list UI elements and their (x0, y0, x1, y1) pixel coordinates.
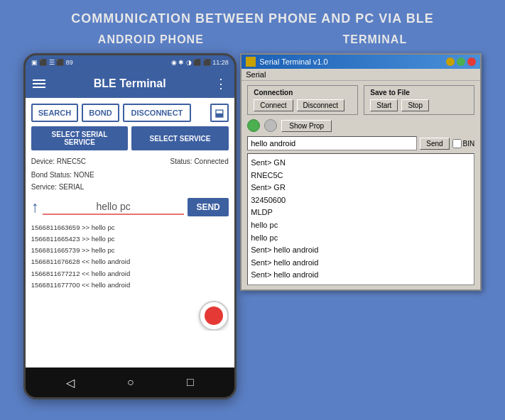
toolbar-title: BLE Terminal (94, 77, 166, 90)
serial-menu[interactable]: Serial (246, 70, 266, 79)
bin-label: BIN (463, 140, 475, 148)
more-options-icon[interactable]: ⋮ (215, 76, 227, 92)
bin-check[interactable] (452, 139, 462, 148)
stop-button[interactable]: Stop (401, 99, 429, 111)
back-icon[interactable]: ◁ (66, 376, 75, 389)
terminal-window: Serial Terminal v1.0 Serial Connection C… (240, 53, 482, 291)
status-right-icons: ◉ ✱ ◑ ⬛ ⬛ 11:28 (171, 59, 229, 66)
close-button[interactable] (467, 57, 476, 66)
terminal-input[interactable] (247, 136, 417, 150)
phone-toolbar: BLE Terminal ⋮ (26, 70, 234, 98)
terminal-window-icon (246, 57, 256, 67)
bluetooth-icon[interactable]: ⬓ (210, 104, 229, 122)
section-label-phone: ANDROID PHONE (98, 33, 204, 46)
log-entry: 1566811677212 << hello android (31, 268, 229, 280)
output-line: RNEC5C (251, 170, 471, 182)
phone-nav-bar: ◁ ○ □ (26, 368, 234, 397)
android-phone: ▣ ⬛ ☰ ⬛ 89 ◉ ✱ ◑ ⬛ ⬛ 11:28 BLE Terminal … (23, 53, 237, 399)
phone-status-bar: ▣ ⬛ ☰ ⬛ 89 ◉ ✱ ◑ ⬛ ⬛ 11:28 (26, 55, 234, 70)
status-left-icons: ▣ ⬛ ☰ ⬛ 89 (31, 59, 73, 66)
terminal-titlebar: Serial Terminal v1.0 (241, 55, 480, 69)
log-entry: 1566811677700 << hello android (31, 280, 229, 291)
led-green-indicator (247, 119, 260, 132)
message-input[interactable] (43, 199, 185, 215)
minimize-button[interactable] (446, 57, 455, 66)
up-arrow-icon: ↑ (31, 198, 39, 216)
connection-panel: Connection Connect Disconnect (247, 85, 358, 115)
output-line: Sent> hello android (251, 257, 471, 270)
save-label: Save to File (370, 89, 468, 96)
log-entry: 1566811665739 >> hello pc (31, 245, 229, 256)
bond-button[interactable]: BOND (82, 104, 119, 122)
start-button[interactable]: Start (370, 99, 398, 111)
status-info: Status: Connected (170, 156, 228, 167)
phone-log: 1566811663659 >> hello pc1566811665423 >… (31, 222, 229, 291)
search-button[interactable]: SEARCH (31, 104, 78, 122)
home-icon[interactable]: ○ (127, 376, 134, 389)
device-info-row: Device: RNEC5C Status: Connected (31, 156, 229, 168)
output-line: hello pc (251, 219, 471, 232)
show-prop-button[interactable]: Show Prop (281, 120, 332, 132)
connection-label: Connection (254, 89, 352, 96)
record-circle-icon (205, 306, 223, 325)
output-line: Sent> hello android (251, 269, 471, 282)
terminal-output: Sent> GNRNEC5CSent> GR32450600MLDPhello … (247, 153, 474, 285)
output-line: Sent> GR (251, 182, 471, 194)
terminal-title: Serial Terminal v1.0 (259, 57, 327, 66)
device-info: Device: RNEC5C (31, 156, 86, 167)
terminal-disconnect-button[interactable]: Disconnect (297, 99, 344, 111)
hamburger-icon[interactable] (33, 77, 45, 90)
record-button[interactable] (199, 301, 229, 331)
disconnect-button[interactable]: DISCONNECT (123, 104, 192, 122)
section-label-terminal: TERMINAL (343, 33, 408, 46)
log-entry: 1566811676628 << hello android (31, 256, 229, 267)
terminal-send-button[interactable]: Send (420, 138, 449, 150)
output-line: MLDP (251, 206, 471, 219)
terminal-menu-bar: Serial (241, 69, 480, 81)
connect-button[interactable]: Connect (254, 99, 293, 111)
main-title: COMMUNICATION BETWEEN PHONE AND PC VIA B… (0, 0, 505, 26)
save-panel: Save to File Start Stop (364, 85, 474, 115)
bond-status: Bond Status: NONE (31, 170, 229, 180)
send-button[interactable]: SEND (188, 198, 228, 216)
select-service-button[interactable]: SELECT SERVICE (131, 126, 229, 150)
led-off-indicator (264, 119, 277, 132)
output-line: 32450600 (251, 194, 471, 207)
terminal-body: Connection Connect Disconnect Save to Fi… (241, 81, 480, 289)
bin-checkbox[interactable]: BIN (452, 139, 475, 148)
select-serial-service-button[interactable]: SELECT SERIAL SERVICE (31, 126, 129, 150)
log-entry: 1566811665423 >> hello pc (31, 233, 229, 245)
output-line: hello pc (251, 232, 471, 245)
output-line: Sent> GN (251, 157, 471, 170)
service-info: Service: SERIAL (31, 182, 229, 192)
phone-body: SEARCH BOND DISCONNECT ⬓ SELECT SERIAL S… (26, 98, 234, 368)
maximize-button[interactable] (457, 57, 465, 66)
recents-icon[interactable]: □ (187, 376, 194, 389)
log-entry: 1566811663659 >> hello pc (31, 222, 229, 233)
output-line: Sent> hello android (251, 244, 471, 257)
